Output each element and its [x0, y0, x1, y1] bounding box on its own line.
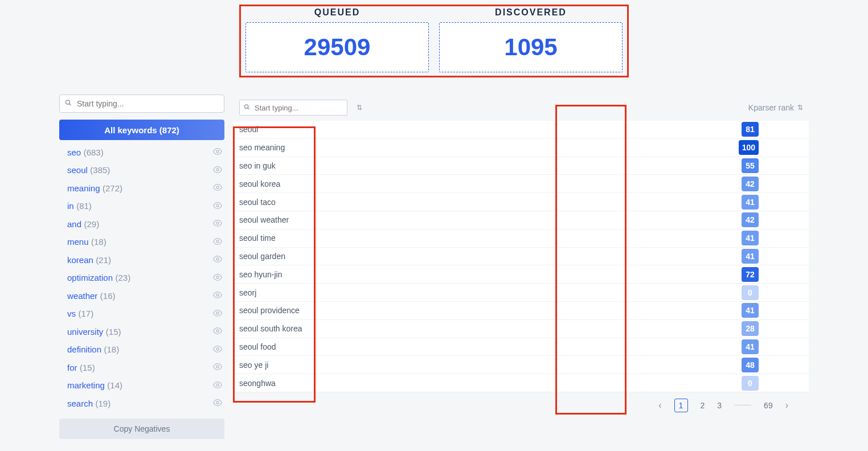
eye-icon[interactable] [213, 326, 222, 337]
rank-badge: 41 [742, 303, 759, 318]
rank-header-label[interactable]: Kparser rank [748, 103, 794, 112]
table-row[interactable]: seorj0 [234, 284, 809, 302]
rank-badge: 41 [742, 195, 759, 210]
table-row[interactable]: seoul south korea28 [234, 320, 809, 338]
eye-icon[interactable] [213, 273, 222, 284]
svg-point-12 [216, 330, 219, 332]
eye-icon[interactable] [213, 147, 222, 158]
page-last[interactable]: 69 [764, 401, 773, 410]
rank-badge: 42 [742, 212, 759, 227]
cell-keyword: seoul providence [239, 306, 300, 315]
eye-icon[interactable] [213, 237, 222, 248]
table-row[interactable]: seoul providence41 [234, 302, 809, 320]
sidebar-item[interactable]: in (81) [59, 198, 224, 216]
svg-point-14 [216, 366, 219, 368]
rank-badge: 72 [742, 267, 759, 282]
sidebar-item-word: optimization [67, 273, 113, 282]
eye-icon[interactable] [213, 380, 222, 391]
table-row[interactable]: seo ye ji48 [234, 356, 809, 374]
svg-point-6 [216, 222, 219, 224]
eye-icon[interactable] [213, 183, 222, 194]
table-row[interactable]: seonghwa0 [234, 374, 809, 392]
eye-icon[interactable] [213, 290, 222, 301]
svg-point-3 [216, 169, 219, 171]
sidebar-item-count: (16) [100, 291, 116, 301]
sidebar-item-word: and [67, 219, 81, 229]
sidebar-item-count: (18) [91, 237, 107, 247]
cell-keyword: seo meaning [239, 143, 285, 152]
sidebar-item-count: (19) [95, 399, 110, 408]
sidebar-item[interactable]: university (15) [59, 323, 224, 341]
sort-icon[interactable]: ⇅ [357, 104, 362, 112]
cell-keyword: seonghwa [239, 379, 276, 388]
search-icon [244, 104, 250, 112]
table-row[interactable]: seoul taco41 [234, 193, 809, 211]
page-next-icon[interactable]: › [785, 400, 788, 411]
table-row[interactable]: seoul korea42 [234, 175, 809, 193]
table-row[interactable]: seoul food41 [234, 338, 809, 356]
cell-keyword: seoul food [239, 342, 276, 351]
cell-keyword: seoul [239, 125, 258, 134]
page-3[interactable]: 3 [717, 401, 722, 410]
page-prev-icon[interactable]: ‹ [658, 400, 661, 411]
sidebar-item-word: definition [67, 345, 101, 354]
sort-icon[interactable]: ⇅ [797, 104, 803, 112]
sidebar-item[interactable]: for (15) [59, 359, 224, 377]
table-row[interactable]: seoul time41 [234, 229, 809, 248]
table-row[interactable]: seoul81 [234, 121, 809, 139]
sidebar-item[interactable]: weather (16) [59, 287, 224, 305]
sidebar-item[interactable]: marketing (14) [59, 377, 224, 395]
eye-icon[interactable] [213, 165, 222, 176]
sidebar-item-word: vs [67, 309, 76, 318]
cell-keyword: seoul garden [239, 252, 285, 261]
cell-keyword: seo ye ji [239, 360, 268, 370]
eye-icon[interactable] [213, 201, 222, 212]
page-1[interactable]: 1 [674, 399, 688, 412]
table-row[interactable]: seoul weather42 [234, 211, 809, 229]
sidebar-item-count: (21) [96, 255, 111, 265]
svg-point-15 [216, 384, 219, 386]
table-row[interactable]: seo hyun-jin72 [234, 265, 809, 284]
copy-negatives-button[interactable]: Copy Negatives [59, 419, 224, 439]
rank-badge: 0 [742, 376, 759, 391]
sidebar-item[interactable]: meaning (272) [59, 179, 224, 198]
svg-point-10 [216, 294, 219, 296]
sidebar-item-word: in [67, 201, 74, 211]
rank-badge: 0 [742, 285, 759, 300]
svg-point-8 [216, 258, 219, 260]
page-2[interactable]: 2 [701, 401, 705, 410]
eye-icon[interactable] [213, 398, 222, 409]
sidebar-item[interactable]: definition (18) [59, 341, 224, 359]
rank-badge: 41 [742, 231, 759, 245]
all-keywords-button[interactable]: All keywords (872) [59, 120, 224, 140]
eye-icon[interactable] [213, 345, 222, 355]
stats-highlight-box: QUEUED 29509 DISCOVERED 1095 [239, 5, 629, 77]
cell-keyword: seoul taco [239, 198, 276, 207]
eye-icon[interactable] [213, 362, 222, 373]
page-ellipsis [734, 405, 751, 405]
sidebar-item-word: seoul [67, 165, 88, 175]
sidebar-item[interactable]: menu (18) [59, 233, 224, 252]
sidebar-item[interactable]: seo (683) [59, 144, 224, 162]
sidebar-item[interactable]: and (29) [59, 215, 224, 233]
sidebar-search-input[interactable] [59, 95, 224, 113]
cell-keyword: seoul time [239, 233, 276, 243]
sidebar-item-word: seo [67, 147, 81, 157]
table-row[interactable]: seo in guk55 [234, 157, 809, 175]
sidebar-item[interactable]: seoul (385) [59, 162, 224, 180]
eye-icon[interactable] [213, 309, 222, 319]
table-search-input[interactable] [239, 100, 347, 116]
svg-point-9 [216, 276, 219, 278]
sidebar-item[interactable]: vs (17) [59, 305, 224, 323]
sidebar-item-count: (14) [107, 380, 122, 390]
search-icon [65, 100, 72, 108]
table-row[interactable]: seo meaning100 [234, 139, 809, 157]
cell-keyword: seoul korea [239, 179, 280, 188]
sidebar-item[interactable]: korean (21) [59, 251, 224, 269]
queued-box: 29509 [245, 22, 429, 72]
sidebar-item[interactable]: search (19) [59, 395, 224, 413]
sidebar-item[interactable]: optimization (23) [59, 269, 224, 288]
eye-icon[interactable] [213, 219, 222, 229]
table-row[interactable]: seoul garden41 [234, 248, 809, 266]
eye-icon[interactable] [213, 255, 222, 265]
